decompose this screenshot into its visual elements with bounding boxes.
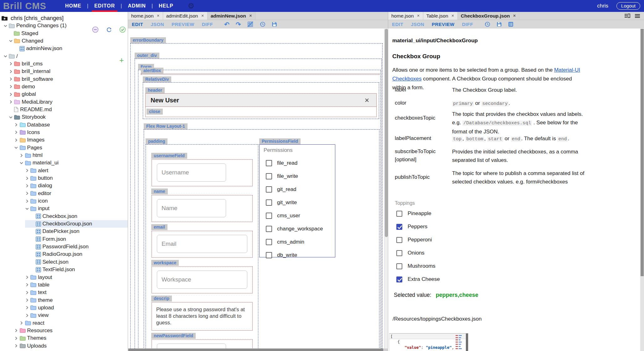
checkbox-unchecked-icon[interactable] <box>396 211 402 217</box>
tree-item-pages[interactable]: Pages <box>0 144 128 152</box>
tree-item-input[interactable]: input <box>0 205 128 212</box>
chevron-right-icon[interactable] <box>7 70 14 74</box>
chip-outer-div[interactable]: outer_div <box>135 53 159 59</box>
permission-row-git_read[interactable]: git_read <box>260 183 335 196</box>
chevron-right-icon[interactable] <box>23 176 30 180</box>
topping-row-pepperoni[interactable]: Pepperoni <box>396 233 432 246</box>
tree-item-icons[interactable]: Icons <box>0 129 128 136</box>
chevron-right-icon[interactable] <box>23 275 30 279</box>
form-field-usernameField[interactable]: usernameFieldUsername <box>152 159 253 186</box>
chip-close[interactable]: close <box>147 109 163 115</box>
chip-workspace[interactable]: workspace <box>151 260 179 266</box>
topping-row-onions[interactable]: Onions <box>396 246 425 260</box>
topping-row-pineapple[interactable]: Pineapple <box>396 207 431 220</box>
tree-item-dialog[interactable]: dialog <box>0 182 128 189</box>
tab-home-json[interactable]: home.json✕ <box>388 12 423 20</box>
topping-row-peppers[interactable]: Peppers <box>396 220 427 233</box>
tree-item--[interactable]: / <box>0 52 128 60</box>
checkbox-checked-icon[interactable] <box>396 276 402 282</box>
tree-item-layout[interactable]: layout <box>0 273 128 281</box>
chip-newPasswordField[interactable]: newPasswordField <box>151 333 196 339</box>
logout-button[interactable]: Logout <box>616 2 640 10</box>
chevron-right-icon[interactable] <box>7 62 14 66</box>
chevron-down-icon[interactable] <box>2 54 9 58</box>
usernameField-input[interactable]: Username <box>157 163 226 182</box>
chip-descrip[interactable]: descrip <box>151 296 172 302</box>
chevron-right-icon[interactable] <box>23 199 30 203</box>
tree-item-resources[interactable]: Resources <box>0 327 128 334</box>
tree-item-view[interactable]: view <box>0 312 128 319</box>
tab-close-icon[interactable]: ✕ <box>417 14 420 18</box>
checkbox-unchecked-icon[interactable] <box>266 213 272 219</box>
workspace-input[interactable]: Workspace <box>157 271 247 289</box>
checkbox-unchecked-icon[interactable] <box>266 186 272 193</box>
tree-item-html[interactable]: html <box>0 152 128 159</box>
chevron-right-icon[interactable] <box>7 100 14 104</box>
chevron-right-icon[interactable] <box>7 92 14 96</box>
chevron-right-icon[interactable] <box>23 306 30 310</box>
component-alertBox[interactable]: alertBox <box>141 74 379 75</box>
tab-close-icon[interactable]: ✕ <box>451 14 454 18</box>
tree-item-select-json[interactable]: Select.json <box>0 258 128 266</box>
tree-item-demo[interactable]: demo <box>0 83 128 90</box>
toolbar-diff-button[interactable]: DIFF <box>198 22 217 27</box>
material-ui-checkboxes-link[interactable]: Material-UI Checkboxes <box>392 67 580 82</box>
history-icon[interactable] <box>481 21 493 27</box>
menu-hamburger-icon[interactable] <box>635 14 640 18</box>
checkbox-unchecked-icon[interactable] <box>266 239 272 245</box>
email-input[interactable]: Email <box>157 235 247 253</box>
tree-item-readme-md[interactable]: README.md <box>0 106 128 113</box>
component-padding[interactable]: padding usernameFieldUsernamenameNameema… <box>146 144 258 348</box>
chevron-right-icon[interactable] <box>18 153 25 157</box>
newPasswordField-input[interactable]: Password <box>157 343 226 348</box>
tree-item-upload[interactable]: upload <box>0 304 128 312</box>
component-form[interactable]: Form alertBox RelativeDiv header New Use… <box>138 70 381 348</box>
permission-row-change_workspace[interactable]: change_workspace <box>260 222 335 235</box>
checkbox-unchecked-icon[interactable] <box>266 226 272 232</box>
chevron-right-icon[interactable] <box>13 130 20 134</box>
component-header[interactable]: header New User ✕ <box>145 93 377 107</box>
panel-layout-icon[interactable] <box>624 13 630 18</box>
grid-off-icon[interactable] <box>244 21 256 27</box>
chevron-right-icon[interactable] <box>23 283 30 287</box>
tree-item-text[interactable]: text <box>0 289 128 296</box>
chip-errorBoundary[interactable]: errorBoundary <box>130 37 166 43</box>
tree-item-brill-software[interactable]: brill_software <box>0 75 128 83</box>
tree-item-react[interactable]: react <box>0 319 128 327</box>
tree-item-brill-cms[interactable]: brill_cms <box>0 60 128 68</box>
tree-item-uploads[interactable]: Uploads <box>0 342 128 349</box>
checkbox-unchecked-icon[interactable] <box>396 237 402 243</box>
permission-row-db_write[interactable]: db_write <box>260 249 335 262</box>
tree-item-storybook[interactable]: Storybook <box>0 113 128 121</box>
tree-item-checkboxgroup-json[interactable]: CheckboxGroup.json <box>0 220 128 228</box>
redo-icon[interactable]: ↷ <box>233 21 244 28</box>
tab-home-json[interactable]: home.json✕ <box>128 12 163 20</box>
form-field-name[interactable]: nameName <box>152 195 253 222</box>
chip-padding[interactable]: padding <box>146 138 167 144</box>
name-input[interactable]: Name <box>157 199 226 217</box>
tree-item-datepicker-json[interactable]: DatePicker.json <box>0 228 128 235</box>
toolbar-json-button[interactable]: JSON <box>407 22 428 27</box>
chevron-right-icon[interactable] <box>13 344 20 348</box>
refresh-icon[interactable] <box>106 26 112 34</box>
tree-item-adminnew-json[interactable]: adminNew.json <box>0 45 128 52</box>
tree-item-table[interactable]: table <box>0 281 128 289</box>
topping-row-extra-cheese[interactable]: Extra Cheese <box>396 273 440 286</box>
chevron-right-icon[interactable] <box>13 336 20 340</box>
chip-permissions-field[interactable]: PermissionsField <box>259 138 301 144</box>
chevron-right-icon[interactable] <box>23 313 30 317</box>
tree-item-textfield-json[interactable]: TextField.json <box>0 266 128 273</box>
tab-adminedit-json[interactable]: adminEdit.json✕ <box>163 12 208 20</box>
checkbox-checked-icon[interactable] <box>396 224 402 230</box>
permission-row-file_write[interactable]: file_write <box>260 170 335 183</box>
toolbar-preview-button[interactable]: PREVIEW <box>428 22 458 27</box>
chevron-down-icon[interactable] <box>7 115 14 119</box>
tree-item-images[interactable]: Images <box>0 136 128 144</box>
menu-item-home[interactable]: HOME <box>63 2 83 10</box>
chevron-down-icon[interactable] <box>7 39 14 43</box>
chip-relativeDiv[interactable]: RelativeDiv <box>143 76 171 82</box>
chip-email[interactable]: email <box>151 224 167 230</box>
form-list-icon[interactable] <box>505 22 517 27</box>
middle-horizontal-scrollbar[interactable] <box>128 348 388 351</box>
chevron-down-icon[interactable] <box>23 207 30 211</box>
